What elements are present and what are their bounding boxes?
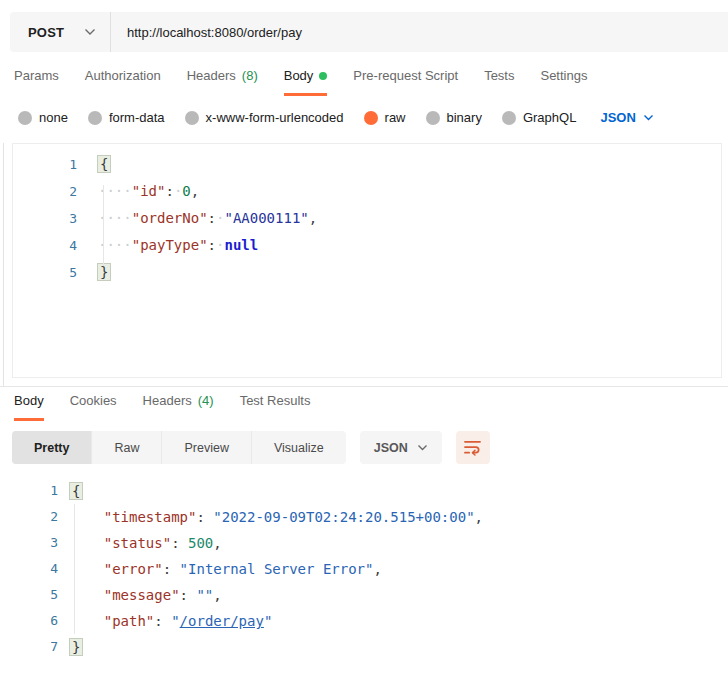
response-section-divider	[0, 386, 728, 387]
tab-body[interactable]: Body	[284, 68, 328, 96]
line-number: 7	[12, 634, 58, 660]
radio-icon	[185, 111, 199, 125]
response-view-controls: Pretty Raw Preview Visualize JSON	[12, 431, 490, 464]
response-body-viewer[interactable]: 1{2 "timestamp": "2022-09-09T02:24:20.51…	[12, 478, 722, 660]
code-line: 2 "timestamp": "2022-09-09T02:24:20.515+…	[12, 504, 722, 530]
code-line: 4 "error": "Internal Server Error",	[12, 556, 722, 582]
indent-guide	[74, 504, 75, 634]
code-line: 6 "path": "/order/pay"	[12, 608, 722, 634]
line-number: 3	[13, 205, 77, 232]
code-line: 4····"payType":·null	[13, 232, 721, 259]
code-line: 2····"id":·0,	[13, 178, 721, 205]
view-raw[interactable]: Raw	[92, 431, 162, 464]
word-wrap-icon	[463, 439, 482, 456]
tab-authorization[interactable]: Authorization	[85, 68, 161, 96]
line-number: 1	[13, 151, 77, 178]
code-line-content: ····"id":·0,	[77, 178, 199, 205]
response-tab-cookies[interactable]: Cookies	[70, 393, 117, 421]
code-line-content: }	[77, 259, 110, 286]
line-number: 2	[13, 178, 77, 205]
radio-selected-icon	[364, 111, 378, 125]
radio-icon	[426, 111, 440, 125]
radio-icon	[88, 111, 102, 125]
code-line: 3····"orderNo":·"AA000111",	[13, 205, 721, 232]
response-tab-test-results[interactable]: Test Results	[240, 393, 311, 421]
tab-pre-request-script[interactable]: Pre-request Script	[353, 68, 458, 96]
line-number: 1	[12, 478, 58, 504]
code-line: 3 "status": 500,	[12, 530, 722, 556]
code-line: 1{	[12, 478, 722, 504]
line-number: 5	[13, 259, 77, 286]
line-number: 4	[12, 556, 58, 582]
method-selector[interactable]: POST	[10, 12, 110, 52]
tab-params[interactable]: Params	[14, 68, 59, 96]
code-line: 1{	[13, 151, 721, 178]
view-mode-group: Pretty Raw Preview Visualize	[12, 431, 346, 464]
body-mode-row: none form-data x-www-form-urlencoded raw…	[18, 110, 654, 125]
code-line-content: ····"payType":·null	[77, 232, 258, 259]
response-language-selector[interactable]: JSON	[360, 431, 442, 464]
request-url-bar: POST http://localhost:8080/order/pay	[10, 12, 728, 52]
tab-tests[interactable]: Tests	[484, 68, 514, 96]
mode-graphql[interactable]: GraphQL	[502, 110, 576, 125]
headers-count-badge: (8)	[242, 68, 258, 83]
code-line-content: {	[58, 478, 82, 504]
tab-headers[interactable]: Headers(8)	[187, 68, 258, 96]
code-line: 5 "message": "",	[12, 582, 722, 608]
line-number: 2	[12, 504, 58, 530]
request-tabs: Params Authorization Headers(8) Body Pre…	[14, 68, 587, 96]
code-line-content: "path": "/order/pay"	[58, 608, 272, 634]
raw-language-selector[interactable]: JSON	[600, 110, 653, 125]
view-visualize[interactable]: Visualize	[252, 431, 346, 464]
code-line: 5}	[13, 259, 721, 286]
code-line-content: }	[58, 634, 82, 660]
response-tab-headers[interactable]: Headers(4)	[143, 393, 214, 421]
response-headers-count-badge: (4)	[198, 393, 214, 408]
chevron-down-icon	[417, 444, 428, 451]
mode-binary[interactable]: binary	[426, 110, 482, 125]
chevron-down-icon	[84, 28, 96, 36]
line-number: 5	[12, 582, 58, 608]
mode-raw[interactable]: raw	[364, 110, 406, 125]
code-line-content: "timestamp": "2022-09-09T02:24:20.515+00…	[58, 504, 483, 530]
radio-icon	[18, 111, 32, 125]
method-label: POST	[28, 25, 64, 40]
view-preview[interactable]: Preview	[162, 431, 251, 464]
indent-guide	[103, 185, 104, 266]
word-wrap-button[interactable]	[456, 431, 490, 464]
line-number: 3	[12, 530, 58, 556]
code-line-content: "error": "Internal Server Error",	[58, 556, 382, 582]
view-pretty[interactable]: Pretty	[12, 431, 92, 464]
line-number: 6	[12, 608, 58, 634]
mode-none[interactable]: none	[18, 110, 68, 125]
line-number: 4	[13, 232, 77, 259]
pane-border	[3, 143, 4, 386]
chevron-down-icon	[643, 114, 654, 121]
code-line-content: {	[77, 151, 110, 178]
mode-form-data[interactable]: form-data	[88, 110, 165, 125]
code-line-content: "message": "",	[58, 582, 222, 608]
response-tab-body[interactable]: Body	[14, 393, 44, 421]
tab-settings[interactable]: Settings	[540, 68, 587, 96]
url-input[interactable]: http://localhost:8080/order/pay	[111, 25, 302, 40]
response-tabs: Body Cookies Headers(4) Test Results	[14, 393, 310, 421]
radio-icon	[502, 111, 516, 125]
request-body-editor[interactable]: 1{2····"id":·0,3····"orderNo":·"AA000111…	[12, 143, 722, 378]
code-line-content: ····"orderNo":·"AA000111",	[77, 205, 317, 232]
code-line-content: "status": 500,	[58, 530, 222, 556]
body-has-content-dot	[319, 72, 327, 80]
code-line: 7}	[12, 634, 722, 660]
mode-x-www-form-urlencoded[interactable]: x-www-form-urlencoded	[185, 110, 344, 125]
